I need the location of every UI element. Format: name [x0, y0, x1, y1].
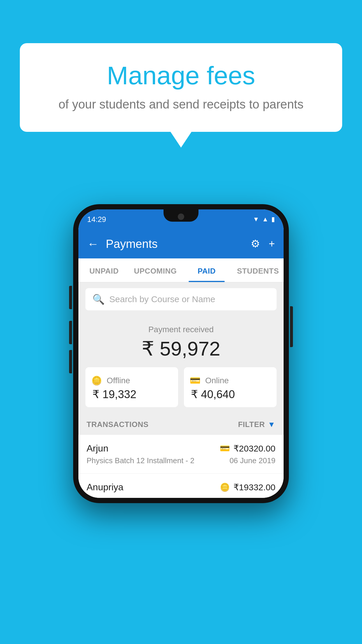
battery-icon: ▮ — [271, 216, 275, 223]
transaction-top-2: Anupriya 🪙 ₹19332.00 — [87, 482, 275, 493]
tab-unpaid[interactable]: UNPAID — [78, 258, 130, 282]
filter-icon: ▼ — [268, 420, 275, 429]
signal-icon: ▲ — [262, 216, 268, 223]
transaction-course: Physics Batch 12 Installment - 2 — [87, 456, 194, 465]
add-icon[interactable]: + — [269, 238, 275, 250]
wifi-icon: ▼ — [253, 216, 259, 223]
filter-button[interactable]: FILTER ▼ — [238, 420, 275, 429]
notch — [164, 209, 198, 222]
cash-icon: 🪙 — [91, 375, 102, 386]
bubble-title: Manage fees — [43, 61, 319, 90]
header-title: Payments — [106, 237, 244, 251]
transaction-bottom: Physics Batch 12 Installment - 2 06 June… — [87, 456, 275, 465]
search-box[interactable]: 🔍 Search by Course or Name — [85, 288, 277, 310]
payment-summary: Payment received ₹ 59,972 🪙 Offline ₹ 19… — [78, 316, 284, 414]
online-card: 💳 Online ₹ 40,640 — [184, 367, 277, 407]
card-payment-icon: 💳 — [220, 444, 230, 453]
transaction-date: 06 June 2019 — [229, 456, 275, 465]
phone-screen: 14:29 ▼ ▲ ▮ ← Payments ⚙ + — [78, 209, 284, 498]
online-label: Online — [205, 376, 229, 385]
transactions-label: TRANSACTIONS — [87, 420, 149, 429]
speech-bubble-container: Manage fees of your students and send re… — [20, 43, 342, 132]
speech-bubble: Manage fees of your students and send re… — [20, 43, 342, 132]
filter-label: FILTER — [238, 420, 265, 429]
payment-received-label: Payment received — [85, 325, 277, 334]
payment-cards: 🪙 Offline ₹ 19,332 💳 Online ₹ 40,640 — [85, 367, 277, 407]
online-amount: ₹ 40,640 — [190, 388, 271, 401]
offline-label: Offline — [107, 376, 130, 385]
header-icons: ⚙ + — [251, 238, 275, 250]
app-header: ← Payments ⚙ + — [78, 229, 284, 258]
transaction-name: Arjun — [87, 443, 108, 454]
search-icon: 🔍 — [92, 293, 105, 305]
card-icon: 💳 — [190, 375, 201, 386]
phone-outer: 14:29 ▼ ▲ ▮ ← Payments ⚙ + — [73, 204, 289, 503]
tabs-bar: UNPAID UPCOMING PAID STUDENTS — [78, 258, 284, 282]
bubble-subtitle: of your students and send receipts to pa… — [43, 97, 319, 111]
status-icons: ▼ ▲ ▮ — [253, 216, 275, 223]
phone-mockup: 14:29 ▼ ▲ ▮ ← Payments ⚙ + — [73, 204, 289, 503]
tab-paid[interactable]: PAID — [181, 258, 232, 282]
status-time: 14:29 — [87, 215, 106, 224]
search-input[interactable]: Search by Course or Name — [109, 294, 215, 304]
status-bar: 14:29 ▼ ▲ ▮ — [78, 209, 284, 229]
transaction-amount-wrap-2: 🪙 ₹19332.00 — [220, 482, 275, 492]
transaction-amount: ₹20320.00 — [233, 443, 275, 454]
back-button[interactable]: ← — [87, 237, 99, 251]
payment-total-amount: ₹ 59,972 — [85, 337, 277, 360]
online-card-header: 💳 Online — [190, 375, 271, 386]
offline-card-header: 🪙 Offline — [91, 375, 172, 386]
tab-upcoming[interactable]: UPCOMING — [130, 258, 181, 282]
transaction-amount-wrap: 💳 ₹20320.00 — [220, 443, 275, 454]
transaction-name-2: Anupriya — [87, 482, 123, 493]
camera — [178, 214, 184, 220]
table-row[interactable]: Anupriya 🪙 ₹19332.00 — [78, 474, 284, 498]
transaction-top: Arjun 💳 ₹20320.00 — [87, 443, 275, 454]
offline-card: 🪙 Offline ₹ 19,332 — [85, 367, 178, 407]
transaction-amount-2: ₹19332.00 — [233, 482, 275, 492]
cash-payment-icon: 🪙 — [220, 482, 230, 492]
search-container: 🔍 Search by Course or Name — [78, 282, 284, 316]
transactions-header: TRANSACTIONS FILTER ▼ — [78, 414, 284, 435]
offline-amount: ₹ 19,332 — [91, 388, 172, 401]
settings-icon[interactable]: ⚙ — [251, 238, 260, 250]
tab-students[interactable]: STUDENTS — [232, 258, 284, 282]
table-row[interactable]: Arjun 💳 ₹20320.00 Physics Batch 12 Insta… — [78, 435, 284, 474]
